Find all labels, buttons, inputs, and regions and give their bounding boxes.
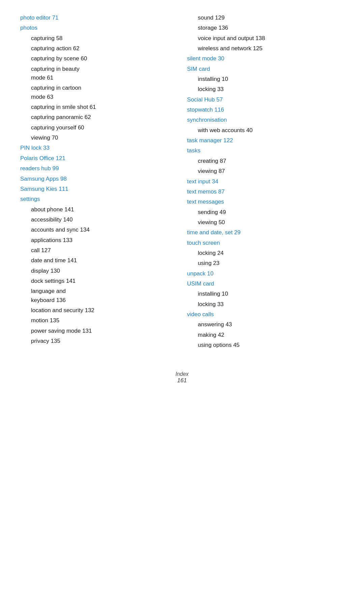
index-entry: time and date, set 29 xyxy=(187,228,344,237)
index-entry: text input 34 xyxy=(187,177,344,186)
index-link[interactable]: task manager 122 xyxy=(187,137,233,144)
index-link[interactable]: photo editor 71 xyxy=(20,14,58,21)
index-entry: capturing in cartoonmode 63 xyxy=(20,84,177,101)
index-entry: locking 33 xyxy=(187,85,344,94)
index-entry: sending 49 xyxy=(187,208,344,217)
index-entry: installing 10 xyxy=(187,75,344,84)
index-entry: photos xyxy=(20,24,177,32)
index-link-heading[interactable]: touch screen xyxy=(187,240,220,246)
index-entry: sound 129 xyxy=(187,13,344,22)
index-entry: Samsung Apps 98 xyxy=(20,175,177,183)
index-entry: using options 45 xyxy=(187,341,344,350)
index-entry: wireless and network 125 xyxy=(187,44,344,53)
index-entry: voice input and output 138 xyxy=(187,34,344,43)
index-link[interactable]: silent mode 30 xyxy=(187,55,224,62)
index-entry: accounts and sync 134 xyxy=(20,226,177,234)
index-link[interactable]: text memos 87 xyxy=(187,188,225,195)
index-link[interactable]: Samsung Apps 98 xyxy=(20,176,67,182)
index-link[interactable]: Polaris Office 121 xyxy=(20,155,65,161)
index-entry: about phone 141 xyxy=(20,205,177,214)
index-entry: date and time 141 xyxy=(20,256,177,265)
index-entry: answering 43 xyxy=(187,320,344,329)
index-entry: text memos 87 xyxy=(187,187,344,196)
index-entry: storage 136 xyxy=(187,24,344,32)
index-link-heading[interactable]: SIM card xyxy=(187,66,210,72)
index-entry: capturing action 62 xyxy=(20,44,177,53)
index-entry: video calls xyxy=(187,310,344,319)
index-entry: accessibility 140 xyxy=(20,215,177,224)
index-entry: capturing by scene 60 xyxy=(20,54,177,63)
index-entry: capturing in smile shot 61 xyxy=(20,103,177,112)
right-column: sound 129storage 136voice input and outp… xyxy=(187,13,344,351)
index-link[interactable]: time and date, set 29 xyxy=(187,229,241,236)
index-entry: display 130 xyxy=(20,267,177,275)
index-entry: SIM card xyxy=(187,65,344,73)
index-entry: locking 24 xyxy=(187,249,344,258)
index-entry: locking 33 xyxy=(187,300,344,309)
index-entry: installing 10 xyxy=(187,290,344,298)
index-link-heading[interactable]: USIM card xyxy=(187,280,214,287)
index-link[interactable]: readers hub 99 xyxy=(20,165,59,172)
index-entry: capturing 58 xyxy=(20,34,177,43)
index-entry: viewing 87 xyxy=(187,167,344,176)
index-link-heading[interactable]: settings xyxy=(20,196,40,202)
index-entry: settings xyxy=(20,195,177,204)
index-link[interactable]: PIN lock 33 xyxy=(20,145,50,151)
index-entry: task manager 122 xyxy=(187,136,344,145)
index-entry: unpack 10 xyxy=(187,269,344,278)
index-link-heading[interactable]: video calls xyxy=(187,311,214,318)
index-entry: Social Hub 57 xyxy=(187,95,344,104)
index-link[interactable]: stopwatch 116 xyxy=(187,107,224,113)
index-entry: tasks xyxy=(187,146,344,155)
index-entry: silent mode 30 xyxy=(187,54,344,63)
index-entry: creating 87 xyxy=(187,157,344,166)
index-entry: privacy 135 xyxy=(20,337,177,346)
index-entry: power saving mode 131 xyxy=(20,327,177,335)
index-entry: Samsung Kies 111 xyxy=(20,185,177,193)
index-entry: capturing yourself 60 xyxy=(20,123,177,132)
footer-label: Index xyxy=(20,371,344,377)
index-link[interactable]: unpack 10 xyxy=(187,270,213,277)
index-entry: dock settings 141 xyxy=(20,277,177,286)
index-link-heading[interactable]: photos xyxy=(20,25,37,31)
index-entry: text messages xyxy=(187,198,344,206)
index-link[interactable]: Samsung Kies 111 xyxy=(20,186,68,192)
index-entry: capturing in beautymode 61 xyxy=(20,65,177,83)
index-entry: location and security 132 xyxy=(20,306,177,315)
index-entry: stopwatch 116 xyxy=(187,106,344,114)
index-entry: with web accounts 40 xyxy=(187,126,344,135)
index-entry: touch screen xyxy=(187,239,344,247)
left-column: photo editor 71photoscapturing 58capturi… xyxy=(20,13,187,351)
footer: Index 161 xyxy=(20,371,344,384)
index-link[interactable]: text input 34 xyxy=(187,178,218,185)
index-link-heading[interactable]: text messages xyxy=(187,199,224,205)
index-entry: viewing 50 xyxy=(187,218,344,227)
index-entry: capturing panoramic 62 xyxy=(20,113,177,122)
index-entry: Polaris Office 121 xyxy=(20,154,177,163)
index-entry: language andkeyboard 136 xyxy=(20,287,177,305)
index-entry: making 42 xyxy=(187,331,344,339)
index-two-column: photo editor 71photoscapturing 58capturi… xyxy=(20,13,344,351)
index-entry: motion 135 xyxy=(20,316,177,325)
index-entry: call 127 xyxy=(20,246,177,255)
index-link-heading[interactable]: synchronisation xyxy=(187,117,227,123)
index-entry: readers hub 99 xyxy=(20,164,177,173)
index-entry: using 23 xyxy=(187,259,344,268)
index-entry: PIN lock 33 xyxy=(20,144,177,152)
index-link-heading[interactable]: tasks xyxy=(187,147,201,154)
index-entry: applications 133 xyxy=(20,236,177,245)
index-link[interactable]: Social Hub 57 xyxy=(187,96,223,103)
footer-page: 161 xyxy=(20,377,344,384)
index-entry: photo editor 71 xyxy=(20,13,177,22)
index-entry: synchronisation xyxy=(187,116,344,124)
index-entry: USIM card xyxy=(187,279,344,288)
index-entry: viewing 70 xyxy=(20,133,177,142)
